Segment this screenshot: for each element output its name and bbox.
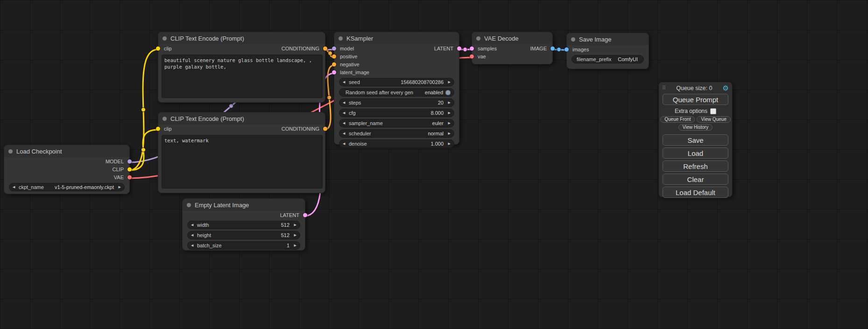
increment-icon[interactable]: ▶ <box>292 233 296 237</box>
node-title-bar[interactable]: CLIP Text Encode (Prompt) <box>158 112 325 125</box>
clip-input-port[interactable] <box>156 46 160 50</box>
node-title: Load Checkpoint <box>16 148 62 155</box>
node-title-bar[interactable]: Save Image <box>567 33 649 45</box>
next-value-icon[interactable]: ▶ <box>116 185 121 189</box>
decrement-icon[interactable]: ◀ <box>191 233 196 237</box>
latent-output-port[interactable] <box>457 46 461 50</box>
node-title-bar[interactable]: VAE Decode <box>472 32 552 44</box>
widget-width[interactable]: ◀ width 512 ▶ <box>187 221 300 229</box>
conditioning-output-port[interactable] <box>323 46 327 50</box>
link-midpoint-dot <box>141 148 146 152</box>
prev-value-icon[interactable]: ◀ <box>343 121 347 125</box>
node-vae-decode[interactable]: VAE Decode samples IMAGE vae <box>472 32 553 64</box>
widget-filename-prefix[interactable]: filename_prefix ComfyUI <box>572 55 644 63</box>
decrement-icon[interactable]: ◀ <box>191 223 196 227</box>
node-title-bar[interactable]: CLIP Text Encode (Prompt) <box>158 32 325 44</box>
clip-output-port[interactable] <box>127 167 132 171</box>
prompt-text-input[interactable]: text, watermark <box>162 135 323 189</box>
collapse-toggle-icon[interactable] <box>476 36 480 41</box>
decrement-icon[interactable]: ◀ <box>343 101 347 105</box>
save-button[interactable]: Save <box>663 134 728 146</box>
images-input-port[interactable] <box>565 47 569 51</box>
link-midpoint-dot <box>229 104 233 108</box>
collapse-toggle-icon[interactable] <box>162 117 167 121</box>
queue-prompt-button[interactable]: Queue Prompt <box>663 94 728 105</box>
negative-input-port[interactable] <box>332 62 336 66</box>
increment-icon[interactable]: ▶ <box>446 142 451 146</box>
next-value-icon[interactable]: ▶ <box>446 132 451 135</box>
view-history-button[interactable]: View History <box>678 124 713 131</box>
widget-cfg[interactable]: ◀ cfg 8.000 ▶ <box>339 109 454 117</box>
output-slot-vae: VAE <box>4 173 129 181</box>
queue-front-button[interactable]: Queue Front <box>660 116 695 123</box>
extra-options-label: Extra options <box>675 108 707 114</box>
latent-output-port[interactable] <box>303 213 307 217</box>
widget-denoise[interactable]: ◀ denoise 1.000 ▶ <box>339 140 454 148</box>
widget-value: v1-5-pruned-emaonly.ckpt <box>55 184 114 190</box>
increment-icon[interactable]: ▶ <box>446 101 451 105</box>
decrement-icon[interactable]: ◀ <box>343 111 347 115</box>
clear-button[interactable]: Clear <box>663 174 728 185</box>
prompt-text-input[interactable]: beautiful scenery nature glass bottle la… <box>162 55 323 98</box>
input-slot-latent-image: latent_image <box>334 68 459 76</box>
node-clip-text-encode-positive[interactable]: CLIP Text Encode (Prompt) clip CONDITION… <box>158 32 325 103</box>
input-slot-positive: positive <box>334 52 459 60</box>
node-ksampler[interactable]: KSampler model LATENT positive negative … <box>334 32 459 145</box>
comfy-menu-panel: ⠿ Queue size: 0 ⚙ Queue Prompt Extra opt… <box>658 82 733 197</box>
conditioning-output-port[interactable] <box>323 126 327 131</box>
increment-icon[interactable]: ▶ <box>446 111 451 115</box>
output-slot-model: MODEL <box>4 157 129 165</box>
increment-icon[interactable]: ▶ <box>292 244 296 247</box>
node-title-bar[interactable]: Empty Latent Image <box>183 199 305 211</box>
extra-options-checkbox[interactable] <box>710 108 716 114</box>
node-empty-latent-image[interactable]: Empty Latent Image LATENT ◀ width 512 ▶ … <box>182 198 305 251</box>
vae-output-port[interactable] <box>127 175 132 179</box>
load-button[interactable]: Load <box>663 147 728 159</box>
widget-ckpt-name[interactable]: ◀ ckpt_name v1-5-pruned-emaonly.ckpt ▶ <box>9 183 125 191</box>
image-output-port[interactable] <box>550 46 555 50</box>
widget-sampler-name[interactable]: ◀ sampler_name euler ▶ <box>339 119 454 127</box>
collapse-toggle-icon[interactable] <box>571 37 575 42</box>
vae-input-port[interactable] <box>470 54 474 58</box>
load-default-button[interactable]: Load Default <box>663 187 728 198</box>
widget-height[interactable]: ◀ height 512 ▶ <box>187 231 300 239</box>
widget-random-seed-toggle[interactable]: Random seed after every gen enabled <box>339 88 454 97</box>
prev-value-icon[interactable]: ◀ <box>343 132 347 135</box>
next-value-icon[interactable]: ▶ <box>446 121 451 125</box>
node-graph-canvas[interactable]: Load Checkpoint MODEL CLIP VAE ◀ ckpt_na… <box>0 0 868 329</box>
samples-input-port[interactable] <box>470 46 474 50</box>
model-input-port[interactable] <box>332 46 336 50</box>
node-clip-text-encode-negative[interactable]: CLIP Text Encode (Prompt) clip CONDITION… <box>158 112 325 193</box>
decrement-icon[interactable]: ◀ <box>191 244 196 247</box>
view-queue-button[interactable]: View Queue <box>697 116 730 123</box>
increment-icon[interactable]: ▶ <box>292 223 296 227</box>
decrement-icon[interactable]: ◀ <box>343 80 347 84</box>
collapse-toggle-icon[interactable] <box>162 36 167 41</box>
settings-gear-icon[interactable]: ⚙ <box>723 84 729 91</box>
output-slot-latent: LATENT <box>183 211 305 219</box>
link-midpoint-dot <box>327 96 332 100</box>
positive-input-port[interactable] <box>332 54 336 58</box>
increment-icon[interactable]: ▶ <box>446 80 451 84</box>
latent-image-input-port[interactable] <box>332 70 336 74</box>
widget-batch-size[interactable]: ◀ batch_size 1 ▶ <box>187 241 300 250</box>
slot-row: clip CONDITIONING <box>158 44 325 52</box>
widget-steps[interactable]: ◀ steps 20 ▶ <box>339 98 454 107</box>
node-load-checkpoint[interactable]: Load Checkpoint MODEL CLIP VAE ◀ ckpt_na… <box>4 145 130 194</box>
clip-input-port[interactable] <box>156 126 160 131</box>
collapse-toggle-icon[interactable] <box>187 203 191 207</box>
input-slot-vae: vae <box>472 52 552 60</box>
collapse-toggle-icon[interactable] <box>8 149 13 154</box>
collapse-toggle-icon[interactable] <box>339 36 343 41</box>
node-save-image[interactable]: Save Image images filename_prefix ComfyU… <box>566 33 649 69</box>
drag-handle-icon[interactable]: ⠿ <box>662 85 666 91</box>
widget-seed[interactable]: ◀ seed 156680208700286 ▶ <box>339 78 454 86</box>
model-output-port[interactable] <box>127 159 132 163</box>
decrement-icon[interactable]: ◀ <box>343 142 347 146</box>
toggle-knob-icon[interactable] <box>445 90 451 95</box>
node-title-bar[interactable]: Load Checkpoint <box>4 145 129 157</box>
refresh-button[interactable]: Refresh <box>663 161 728 172</box>
widget-scheduler[interactable]: ◀ scheduler normal ▶ <box>339 129 454 138</box>
prev-value-icon[interactable]: ◀ <box>13 185 17 189</box>
node-title-bar[interactable]: KSampler <box>334 32 459 44</box>
